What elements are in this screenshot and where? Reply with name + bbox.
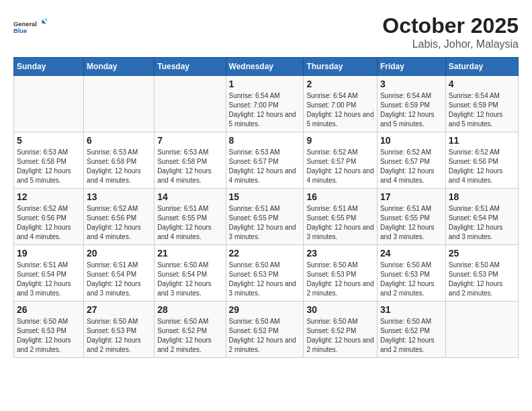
day-number: 10 [380,135,443,146]
day-info: Sunrise: 6:50 AMSunset: 6:52 PMDaylight:… [306,317,374,355]
day-number: 14 [157,191,222,202]
day-cell [154,76,226,132]
day-cell: 27 Sunrise: 6:50 AMSunset: 6:53 PMDaylig… [84,302,154,358]
day-info: Sunrise: 6:53 AMSunset: 6:58 PMDaylight:… [157,148,222,185]
day-cell: 16 Sunrise: 6:51 AMSunset: 6:55 PMDaylig… [304,189,378,245]
day-info: Sunrise: 6:54 AMSunset: 6:59 PMDaylight:… [380,91,443,129]
day-number: 13 [87,191,151,202]
header-tuesday: Tuesday [154,58,226,76]
day-number: 18 [449,191,515,202]
day-cell [445,302,518,358]
header-sunday: Sunday [14,58,84,76]
day-number: 28 [157,304,222,315]
day-info: Sunrise: 6:50 AMSunset: 6:52 PMDaylight:… [157,317,222,355]
day-number: 12 [17,191,81,202]
day-number: 29 [229,304,301,315]
day-cell: 22 Sunrise: 6:50 AMSunset: 6:53 PMDaylig… [226,245,304,302]
day-number: 3 [380,79,443,89]
day-info: Sunrise: 6:50 AMSunset: 6:52 PMDaylight:… [380,317,443,355]
day-number: 5 [17,135,81,146]
day-info: Sunrise: 6:50 AMSunset: 6:53 PMDaylight:… [87,317,151,355]
day-cell [84,76,154,132]
day-cell: 19 Sunrise: 6:51 AMSunset: 6:54 PMDaylig… [14,245,84,302]
day-number: 21 [157,248,222,259]
day-info: Sunrise: 6:50 AMSunset: 6:53 PMDaylight:… [380,261,443,298]
day-number: 25 [449,248,515,259]
svg-text:Blue: Blue [13,28,27,34]
day-info: Sunrise: 6:51 AMSunset: 6:54 PMDaylight:… [449,204,515,242]
day-info: Sunrise: 6:51 AMSunset: 6:54 PMDaylight:… [17,261,81,298]
day-info: Sunrise: 6:50 AMSunset: 6:53 PMDaylight:… [17,317,81,355]
day-cell: 17 Sunrise: 6:51 AMSunset: 6:55 PMDaylig… [377,189,445,245]
day-info: Sunrise: 6:53 AMSunset: 6:58 PMDaylight:… [87,148,151,185]
page-title: October 2025 [382,13,519,38]
day-info: Sunrise: 6:50 AMSunset: 6:53 PMDaylight:… [449,261,515,298]
day-number: 15 [229,191,301,202]
day-number: 27 [87,304,151,315]
day-info: Sunrise: 6:52 AMSunset: 6:56 PMDaylight:… [17,204,81,242]
day-cell: 30 Sunrise: 6:50 AMSunset: 6:52 PMDaylig… [304,302,378,358]
day-number: 26 [17,304,81,315]
day-number: 19 [17,248,81,259]
header-thursday: Thursday [304,58,378,76]
day-cell: 11 Sunrise: 6:52 AMSunset: 6:56 PMDaylig… [445,132,518,189]
day-cell: 6 Sunrise: 6:53 AMSunset: 6:58 PMDayligh… [84,132,154,189]
day-number: 8 [229,135,301,146]
page-header: General Blue October 2025 Labis, Johor, … [13,13,519,50]
day-cell: 29 Sunrise: 6:50 AMSunset: 6:52 PMDaylig… [226,302,304,358]
day-cell: 15 Sunrise: 6:51 AMSunset: 6:55 PMDaylig… [226,189,304,245]
day-number: 20 [87,248,151,259]
day-cell: 1 Sunrise: 6:54 AMSunset: 7:00 PMDayligh… [226,76,304,132]
day-cell: 2 Sunrise: 6:54 AMSunset: 7:00 PMDayligh… [304,76,378,132]
header-monday: Monday [84,58,154,76]
day-cell: 5 Sunrise: 6:53 AMSunset: 6:58 PMDayligh… [14,132,84,189]
page-subtitle: Labis, Johor, Malaysia [382,38,519,50]
day-number: 16 [306,191,374,202]
weekday-header-row: Sunday Monday Tuesday Wednesday Thursday… [14,58,519,76]
day-info: Sunrise: 6:50 AMSunset: 6:54 PMDaylight:… [157,261,222,298]
day-info: Sunrise: 6:54 AMSunset: 6:59 PMDaylight:… [449,91,515,129]
day-number: 4 [449,79,515,89]
day-info: Sunrise: 6:51 AMSunset: 6:55 PMDaylight:… [380,204,443,242]
day-cell: 24 Sunrise: 6:50 AMSunset: 6:53 PMDaylig… [377,245,445,302]
day-cell: 28 Sunrise: 6:50 AMSunset: 6:52 PMDaylig… [154,302,226,358]
day-info: Sunrise: 6:54 AMSunset: 7:00 PMDaylight:… [229,91,301,129]
day-number: 22 [229,248,301,259]
day-number: 30 [306,304,374,315]
day-cell: 21 Sunrise: 6:50 AMSunset: 6:54 PMDaylig… [154,245,226,302]
day-cell: 3 Sunrise: 6:54 AMSunset: 6:59 PMDayligh… [377,76,445,132]
day-info: Sunrise: 6:51 AMSunset: 6:55 PMDaylight:… [157,204,222,242]
day-cell: 25 Sunrise: 6:50 AMSunset: 6:53 PMDaylig… [445,245,518,302]
day-number: 31 [380,304,443,315]
day-number: 23 [306,248,374,259]
day-cell: 20 Sunrise: 6:51 AMSunset: 6:54 PMDaylig… [84,245,154,302]
header-saturday: Saturday [445,58,518,76]
day-info: Sunrise: 6:50 AMSunset: 6:53 PMDaylight:… [306,261,374,298]
day-info: Sunrise: 6:52 AMSunset: 6:56 PMDaylight:… [449,148,515,185]
day-number: 17 [380,191,443,202]
day-info: Sunrise: 6:53 AMSunset: 6:57 PMDaylight:… [229,148,301,185]
week-row-2: 5 Sunrise: 6:53 AMSunset: 6:58 PMDayligh… [14,132,519,189]
day-cell: 10 Sunrise: 6:52 AMSunset: 6:57 PMDaylig… [377,132,445,189]
day-info: Sunrise: 6:50 AMSunset: 6:52 PMDaylight:… [229,317,301,355]
week-row-3: 12 Sunrise: 6:52 AMSunset: 6:56 PMDaylig… [14,189,519,245]
day-cell: 8 Sunrise: 6:53 AMSunset: 6:57 PMDayligh… [226,132,304,189]
day-cell: 18 Sunrise: 6:51 AMSunset: 6:54 PMDaylig… [445,189,518,245]
day-info: Sunrise: 6:52 AMSunset: 6:57 PMDaylight:… [380,148,443,185]
day-info: Sunrise: 6:52 AMSunset: 6:57 PMDaylight:… [306,148,374,185]
week-row-5: 26 Sunrise: 6:50 AMSunset: 6:53 PMDaylig… [14,302,519,358]
title-block: October 2025 Labis, Johor, Malaysia [382,13,519,50]
day-number: 6 [87,135,151,146]
day-info: Sunrise: 6:51 AMSunset: 6:55 PMDaylight:… [229,204,301,242]
day-cell: 23 Sunrise: 6:50 AMSunset: 6:53 PMDaylig… [304,245,378,302]
day-info: Sunrise: 6:50 AMSunset: 6:53 PMDaylight:… [229,261,301,298]
calendar-table: Sunday Monday Tuesday Wednesday Thursday… [13,57,519,358]
day-number: 24 [380,248,443,259]
day-info: Sunrise: 6:53 AMSunset: 6:58 PMDaylight:… [17,148,81,185]
week-row-4: 19 Sunrise: 6:51 AMSunset: 6:54 PMDaylig… [14,245,519,302]
svg-text:General: General [13,21,37,28]
day-info: Sunrise: 6:54 AMSunset: 7:00 PMDaylight:… [306,91,374,129]
day-number: 9 [306,135,374,146]
day-cell [14,76,84,132]
day-number: 2 [306,79,374,89]
